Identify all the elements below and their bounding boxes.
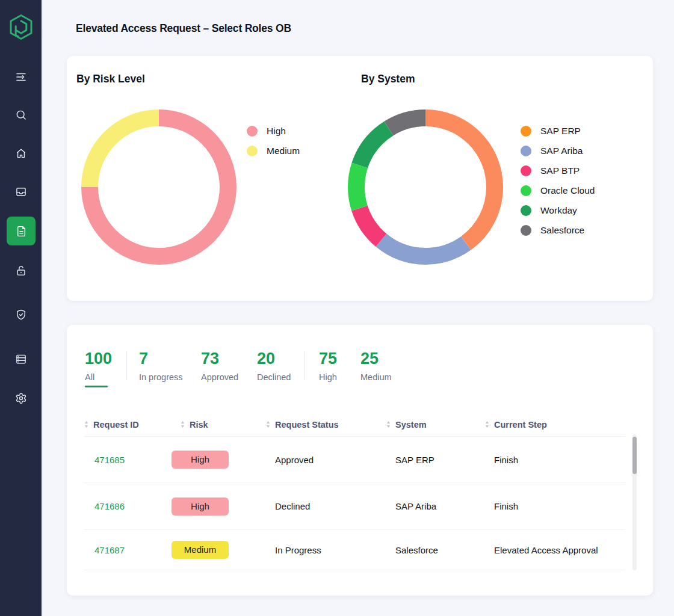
stat-value: 25	[360, 350, 392, 367]
current-step-cell: Finish	[484, 483, 625, 529]
column-label: Risk	[190, 420, 208, 430]
legend-item-high[interactable]: High	[247, 121, 300, 141]
stat-filter-high[interactable]: 75High	[319, 350, 337, 382]
stat-value: 75	[319, 350, 337, 367]
active-underline	[85, 386, 108, 387]
risk-badge: High	[172, 497, 229, 516]
system-cell: SAP ERP	[386, 437, 484, 482]
column-header-request-id[interactable]: Request ID	[84, 413, 180, 436]
legend-item-sap-erp[interactable]: SAP ERP	[521, 121, 595, 141]
stat-filter-all[interactable]: 100All	[85, 350, 112, 387]
stats-row: 100All7In progress73Approved20Declined75…	[85, 325, 653, 397]
request-id-link[interactable]: 471686	[84, 483, 180, 529]
legend-item-medium[interactable]: Medium	[247, 141, 300, 161]
stat-label: Declined	[257, 372, 291, 382]
legend-label: Medium	[267, 146, 300, 156]
column-header-current-step[interactable]: Current Step	[484, 413, 625, 436]
main-content: Elevated Access Request – Select Roles O…	[42, 0, 674, 616]
column-header-request-status[interactable]: Request Status	[265, 413, 386, 436]
request-id-link[interactable]: 471685	[84, 437, 180, 482]
charts-card: By Risk Level By System HighMedium SAP E…	[67, 56, 653, 301]
system-donut-chart	[347, 109, 504, 265]
legend-item-sap-btp[interactable]: SAP BTP	[521, 161, 595, 180]
stats-divider	[304, 351, 305, 380]
sidebar-item-server[interactable]	[7, 345, 36, 374]
legend-label: Salesforce	[540, 225, 584, 236]
sidebar-item-documents[interactable]	[7, 217, 36, 245]
legend-label: High	[267, 126, 286, 137]
current-step-cell: Finish	[484, 437, 625, 482]
sidebar-item-menu[interactable]	[7, 63, 36, 91]
inbox-icon	[15, 186, 27, 198]
sort-icon	[265, 420, 271, 428]
stat-value: 7	[139, 350, 183, 367]
column-label: Current Step	[494, 420, 547, 430]
column-label: System	[395, 420, 427, 430]
legend-item-oracle-cloud[interactable]: Oracle Cloud	[521, 180, 595, 200]
request-status-cell: Declined	[265, 483, 386, 529]
legend-item-salesforce[interactable]: Salesforce	[521, 220, 595, 240]
column-header-system[interactable]: System	[386, 413, 484, 436]
table-row[interactable]: 471685HighApprovedSAP ERPFinish	[84, 437, 625, 483]
sort-icon	[180, 420, 185, 428]
system-cell: SAP Ariba	[386, 483, 484, 529]
scrollbar-track[interactable]	[632, 434, 637, 570]
app-logo[interactable]	[7, 13, 35, 41]
legend-label: SAP BTP	[540, 165, 580, 176]
sidebar	[0, 0, 42, 616]
table-body: 471685HighApprovedSAP ERPFinish471686Hig…	[84, 437, 625, 570]
legend-dot	[521, 165, 531, 176]
shield-check-icon	[15, 309, 27, 321]
stat-value: 20	[257, 350, 291, 367]
stat-label: In progress	[139, 372, 183, 382]
stat-filter-in-progress[interactable]: 7In progress	[139, 350, 183, 382]
table-row[interactable]: 471686HighDeclinedSAP AribaFinish	[84, 483, 625, 530]
risk-badge: Medium	[172, 541, 229, 559]
stat-label: Approved	[201, 372, 238, 382]
risk-badge: High	[172, 451, 229, 469]
table-row[interactable]: 471687MediumIn ProgressSalesforceElevate…	[84, 530, 625, 570]
sidebar-item-inbox[interactable]	[7, 177, 36, 206]
sidebar-item-settings[interactable]	[7, 384, 36, 413]
server-icon	[15, 353, 27, 365]
legend-item-workday[interactable]: Workday	[521, 200, 595, 220]
document-icon	[15, 225, 28, 238]
sidebar-item-lock[interactable]	[7, 256, 36, 285]
stat-filter-medium[interactable]: 25Medium	[360, 350, 392, 382]
legend-item-sap-ariba[interactable]: SAP Ariba	[521, 141, 595, 161]
stats-divider	[126, 351, 127, 380]
scrollbar-thumb[interactable]	[632, 437, 637, 474]
legend-label: Oracle Cloud	[540, 185, 595, 196]
legend-label: SAP ERP	[540, 126, 581, 137]
risk-legend: HighMedium	[247, 121, 300, 161]
legend-dot	[247, 146, 258, 156]
requests-table: Request IDRiskRequest StatusSystemCurren…	[84, 413, 625, 570]
pathlock-logo-icon	[7, 13, 35, 41]
column-header-risk[interactable]: Risk	[180, 413, 265, 436]
legend-dot	[521, 225, 531, 236]
request-id-link[interactable]: 471687	[84, 530, 180, 570]
risk-cell: Medium	[180, 530, 265, 570]
search-icon	[15, 109, 27, 121]
chart-title-risk: By Risk Level	[76, 73, 145, 85]
stat-value: 100	[85, 350, 112, 367]
stat-label: High	[319, 372, 337, 382]
legend-dot	[521, 205, 531, 216]
requests-card: 100All7In progress73Approved20Declined75…	[67, 325, 653, 596]
sidebar-item-shield[interactable]	[7, 300, 36, 329]
system-legend: SAP ERPSAP AribaSAP BTPOracle CloudWorkd…	[521, 121, 595, 240]
stat-filter-approved[interactable]: 73Approved	[201, 350, 238, 382]
sidebar-item-search[interactable]	[7, 100, 36, 129]
menu-expand-icon	[15, 71, 27, 83]
stat-label: Medium	[360, 372, 392, 382]
legend-dot	[521, 146, 531, 156]
legend-dot	[247, 126, 258, 137]
stat-value: 73	[201, 350, 238, 367]
stat-filter-declined[interactable]: 20Declined	[257, 350, 291, 382]
stat-label: All	[85, 372, 112, 382]
page-title: Elevated Access Request – Select Roles O…	[76, 22, 291, 35]
sort-icon	[484, 420, 490, 428]
home-icon	[15, 147, 27, 159]
sidebar-item-home[interactable]	[7, 139, 36, 168]
system-cell: Salesforce	[386, 530, 484, 570]
